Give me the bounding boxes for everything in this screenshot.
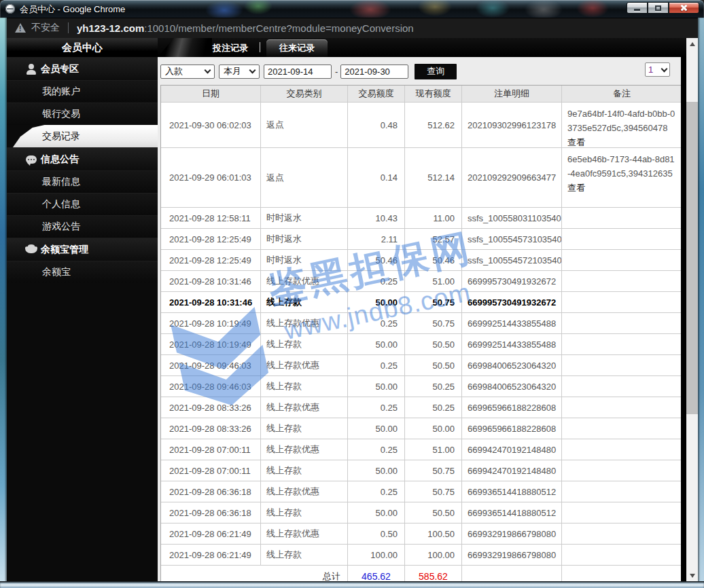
table-row: 2021-09-28 06:36:18线上存款50.0050.506699365… xyxy=(161,502,681,523)
table-header-row: 日期交易类别交易额度现有额度注单明细备注 xyxy=(161,86,681,102)
cell-balance: 50.75 xyxy=(404,292,461,312)
tab-trade-records[interactable]: 往来记录 xyxy=(266,39,328,57)
cell-bet-detail: 669932919866798080 xyxy=(461,545,561,565)
cell-type: 线上存款 xyxy=(260,502,347,523)
cell-remark xyxy=(561,376,681,397)
site-favicon-icon xyxy=(5,4,15,14)
cell-bet-detail: 669965966188228608 xyxy=(461,397,561,418)
browser-address-bar[interactable]: ! 不安全 yh123-12.com :10010/member/memberC… xyxy=(2,18,702,38)
cell-balance: 11.00 xyxy=(404,208,461,228)
cell-bet-detail: ssfs_100554572103540151 xyxy=(461,250,561,270)
scrollbar-thumb[interactable] xyxy=(686,102,698,414)
date-from-input[interactable] xyxy=(264,65,332,79)
cell-bet-detail: ssfs_100554573103540151 xyxy=(461,229,561,249)
cell-bet-detail: 669992514433855488 xyxy=(461,334,561,354)
table-row: 2021-09-28 10:19:49线上存款优惠0.2550.75669992… xyxy=(161,312,681,333)
sidebar-item-yuebao-manage[interactable]: 余额宝管理 xyxy=(7,238,158,261)
cell-remark: 6e5eb46b-7173-44ab-8d81-4ea0fc9591c5,394… xyxy=(561,148,681,207)
tab-bet-records[interactable]: 投注记录 xyxy=(197,39,264,57)
maximize-icon xyxy=(655,5,661,11)
sidebar-item-label: 我的账户 xyxy=(42,86,80,98)
table-row: 2021-09-29 06:01:03返点0.14512.14202109292… xyxy=(161,147,681,207)
window-frame-bottom xyxy=(0,581,704,588)
sidebar-item-label: 最新信息 xyxy=(42,176,80,188)
cell-date: 2021-09-28 06:36:18 xyxy=(161,481,260,502)
cell-amount: 50.00 xyxy=(347,334,404,354)
cell-amount: 0.25 xyxy=(347,271,404,291)
sidebar-item-yuebao[interactable]: 余额宝 xyxy=(7,261,158,283)
cell-remark xyxy=(561,439,681,460)
column-header: 交易额度 xyxy=(347,86,404,102)
sidebar-item-latest-info[interactable]: 最新信息 xyxy=(7,170,158,193)
security-label: 不安全 xyxy=(31,22,60,34)
sidebar-item-label: 个人信息 xyxy=(42,198,80,210)
cell-amount: 50.00 xyxy=(347,376,404,397)
sidebar-item-game-notice[interactable]: 游戏公告 xyxy=(7,215,158,238)
maximize-button[interactable] xyxy=(648,2,669,14)
column-header: 日期 xyxy=(161,86,260,102)
cell-date: 2021-09-28 08:33:26 xyxy=(161,418,260,439)
active-item-highlight xyxy=(7,125,158,147)
main-content: 投注记录往来记录 入款 本月 - 查询 xyxy=(158,38,686,581)
cell-balance: 512.14 xyxy=(404,148,461,207)
table-row: 2021-09-28 09:46:03线上存款优惠0.2550.50669984… xyxy=(161,354,681,375)
cell-remark xyxy=(561,460,681,481)
filter-bar: 入款 本月 - 查询 xyxy=(160,63,457,79)
vertical-scrollbar[interactable] xyxy=(686,38,698,581)
cell-date: 2021-09-28 10:31:46 xyxy=(161,292,260,312)
window-title: 会员中心 - Google Chrome xyxy=(20,3,125,16)
cell-type: 线上存款 xyxy=(260,460,347,481)
cell-remark xyxy=(561,208,681,228)
chevron-down-icon xyxy=(661,65,668,72)
page-number-value: 1 xyxy=(648,65,653,75)
cell-type: 线上存款优惠 xyxy=(260,523,347,544)
transaction-type-select[interactable]: 入款 xyxy=(160,65,215,79)
cell-balance: 100.00 xyxy=(404,545,461,565)
cell-remark xyxy=(561,355,681,375)
scroll-down-button[interactable] xyxy=(686,570,698,581)
cell-amount: 0.25 xyxy=(347,397,404,418)
cell-bet-detail: 669936514418880512 xyxy=(461,481,561,502)
transactions-table: 日期交易类别交易额度现有额度注单明细备注2021-09-30 06:02:03返… xyxy=(160,85,681,581)
period-select[interactable]: 本月 xyxy=(219,65,260,79)
total-label: 总计 xyxy=(161,566,347,581)
cell-balance: 50.50 xyxy=(404,355,461,375)
view-detail-link[interactable]: 查看 xyxy=(567,135,676,147)
sidebar-item-trade-records[interactable]: 交易记录 xyxy=(7,125,158,147)
cell-amount: 0.25 xyxy=(347,355,404,375)
cell-balance: 50.75 xyxy=(404,460,461,481)
close-button[interactable] xyxy=(669,2,699,14)
message-icon xyxy=(24,153,38,166)
cell-amount: 50.00 xyxy=(347,418,404,439)
cell-amount: 2.11 xyxy=(347,229,404,249)
column-header: 现有额度 xyxy=(404,86,461,102)
cell-bet-detail: 669932919866798080 xyxy=(461,523,561,544)
cell-amount: 50.00 xyxy=(347,502,404,523)
scroll-up-button[interactable] xyxy=(686,38,698,50)
cell-remark xyxy=(561,523,681,544)
cell-date: 2021-09-28 10:19:49 xyxy=(161,313,260,333)
cell-date: 2021-09-28 12:25:49 xyxy=(161,229,260,249)
cell-remark xyxy=(561,502,681,523)
sidebar-item-bank-trade[interactable]: 银行交易 xyxy=(7,103,158,125)
sidebar-item-info-notice[interactable]: 信息公告 xyxy=(7,147,158,170)
browser-window: 会员中心 - Google Chrome ! 不安全 yh123-12.com … xyxy=(0,0,704,588)
tab-bar: 投注记录往来记录 xyxy=(158,38,686,57)
sidebar-item-personal-info[interactable]: 个人信息 xyxy=(7,193,158,215)
cell-amount: 10.43 xyxy=(347,208,404,228)
cell-type: 线上存款优惠 xyxy=(260,397,347,418)
cell-remark xyxy=(561,313,681,333)
date-to-input[interactable] xyxy=(340,65,408,79)
close-icon xyxy=(680,4,688,12)
cell-balance: 50.46 xyxy=(404,250,461,270)
sidebar-item-label: 余额宝 xyxy=(42,266,71,278)
sidebar-item-label: 游戏公告 xyxy=(42,221,80,233)
minimize-button[interactable] xyxy=(627,2,648,14)
cell-balance: 512.62 xyxy=(404,103,461,147)
view-detail-link[interactable]: 查看 xyxy=(567,181,676,195)
table-footer-row: 总计465.62585.62 xyxy=(161,565,681,581)
sidebar-item-member-zone[interactable]: 会员专区 xyxy=(7,57,158,80)
sidebar-item-my-account[interactable]: 我的账户 xyxy=(7,80,158,103)
query-button[interactable]: 查询 xyxy=(415,64,457,79)
page-number-select[interactable]: 1 xyxy=(645,62,670,77)
